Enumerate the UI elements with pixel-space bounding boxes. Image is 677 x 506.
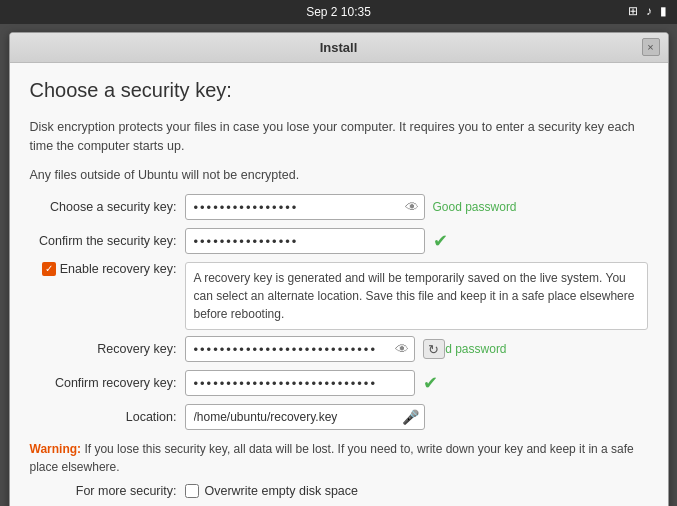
- taskbar: Sep 2 10:35 ⊞ ♪ ▮: [0, 0, 677, 24]
- location-label: Location:: [30, 410, 185, 424]
- location-input[interactable]: [185, 404, 425, 430]
- recovery-key-input[interactable]: [185, 336, 415, 362]
- refresh-button[interactable]: ↻: [423, 339, 445, 359]
- confirm-key-input-wrapper: [185, 228, 425, 254]
- confirm-recovery-checkmark: ✔: [423, 372, 438, 394]
- datetime: Sep 2 10:35: [306, 5, 371, 19]
- main-content: Choose a security key: Disk encryption p…: [10, 63, 668, 506]
- confirm-recovery-label: Confirm recovery key:: [30, 376, 185, 390]
- enable-recovery-checkbox[interactable]: ✓: [42, 262, 56, 276]
- confirm-key-input[interactable]: [185, 228, 425, 254]
- warning-label: Warning:: [30, 442, 82, 456]
- choose-key-label: Choose a security key:: [30, 200, 185, 214]
- confirm-key-row: Confirm the security key: ✔: [30, 228, 648, 254]
- close-button[interactable]: ×: [642, 38, 660, 56]
- location-input-wrapper: 🎤: [185, 404, 425, 430]
- confirm-recovery-row: Confirm recovery key: ✔: [30, 370, 648, 396]
- checkbox-checkmark: ✓: [45, 264, 53, 274]
- choose-key-status: Good password: [433, 200, 517, 214]
- page-title: Choose a security key:: [30, 79, 648, 102]
- location-row: Location: 🎤: [30, 404, 648, 430]
- description1: Disk encryption protects your files in c…: [30, 118, 648, 156]
- warning-section: Warning: If you lose this security key, …: [30, 440, 648, 476]
- volume-icon: ♪: [646, 4, 652, 18]
- confirm-recovery-input[interactable]: [185, 370, 415, 396]
- recovery-eye-icon[interactable]: 👁: [395, 341, 409, 357]
- taskbar-right: ⊞ ♪ ▮: [628, 4, 667, 18]
- warning-text: If you lose this security key, all data …: [30, 442, 634, 474]
- description2: Any files outside of Ubuntu will not be …: [30, 166, 648, 185]
- recovery-key-label: Recovery key:: [30, 342, 185, 356]
- enable-recovery-row: ✓ Enable recovery key: A recovery key is…: [30, 262, 648, 330]
- overwrite-label: Overwrite empty disk space: [205, 484, 359, 498]
- network-icon: ⊞: [628, 4, 638, 18]
- overwrite-checkbox[interactable]: [185, 484, 199, 498]
- confirm-key-checkmark: ✔: [433, 230, 448, 252]
- folder-icon[interactable]: 🎤: [402, 409, 419, 425]
- eye-icon[interactable]: 👁: [405, 199, 419, 215]
- titlebar: Install ×: [10, 33, 668, 63]
- more-security-label: For more security:: [30, 484, 185, 498]
- more-security-row: For more security: Overwrite empty disk …: [30, 484, 648, 498]
- recovery-key-row: Recovery key: 👁 ↻ Good password: [30, 336, 648, 362]
- install-window: Install × Choose a security key: Disk en…: [9, 32, 669, 506]
- battery-icon: ▮: [660, 4, 667, 18]
- choose-key-row: Choose a security key: 👁 Good password: [30, 194, 648, 220]
- choose-key-input-wrapper: 👁: [185, 194, 425, 220]
- window-title: Install: [320, 40, 358, 55]
- recovery-key-input-wrapper: 👁 ↻: [185, 336, 415, 362]
- confirm-recovery-input-wrapper: [185, 370, 415, 396]
- recovery-description: A recovery key is generated and will be …: [185, 262, 648, 330]
- enable-recovery-label-part: ✓ Enable recovery key:: [30, 262, 185, 276]
- enable-recovery-label: Enable recovery key:: [60, 262, 177, 276]
- confirm-key-label: Confirm the security key:: [30, 234, 185, 248]
- choose-key-input[interactable]: [185, 194, 425, 220]
